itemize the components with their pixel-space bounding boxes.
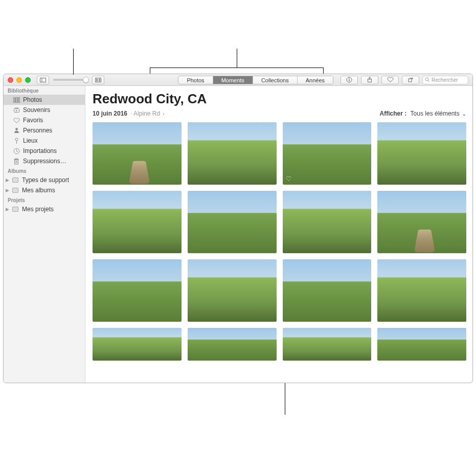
svg-point-8 [349,78,350,79]
svg-rect-0 [40,78,46,82]
photo-thumbnail[interactable] [188,328,277,361]
photo-thumbnail[interactable] [377,122,466,185]
segment-photos[interactable]: Photos [178,76,213,84]
sidebar-toggle-button[interactable] [37,76,49,84]
moment-title: Redwood City, CA [93,91,466,107]
photos-icon [13,96,20,103]
zoom-slider[interactable] [53,79,86,81]
view-segmented-control: Photos Moments Collections Années [178,76,333,84]
sidebar-item-imports[interactable]: Importations [4,146,85,156]
display-filter-label: Afficher : [380,110,407,117]
sidebar-item-places[interactable]: Lieux [4,136,85,146]
pin-icon [13,137,20,144]
photo-thumbnail[interactable] [283,328,372,361]
photo-thumbnail[interactable] [377,259,466,322]
photo-thumbnail[interactable] [377,191,466,253]
segment-label: Collections [261,77,289,83]
content-area: Redwood City, CA 10 juin 2016 · Alpine R… [85,86,472,383]
segment-label: Photos [187,77,204,83]
segment-collections[interactable]: Collections [253,76,298,84]
svg-rect-18 [14,100,16,102]
sidebar-item-label: Souvenirs [23,106,50,114]
disclosure-triangle-icon[interactable]: ▶ [6,188,10,193]
photo-thumbnail[interactable]: ♡ [283,122,372,185]
sidebar-item-label: Suppressions… [23,158,66,165]
rotate-button[interactable] [402,76,419,84]
moment-subheader: 10 juin 2016 · Alpine Rd › Afficher : To… [93,110,466,117]
svg-line-14 [428,80,429,82]
sidebar-item-memories[interactable]: Souvenirs [4,105,85,115]
sidebar-item-label: Personnes [23,127,52,134]
thumbnail-grid-partial [93,328,466,361]
segment-label: Années [306,77,325,83]
search-field[interactable]: Rechercher [422,76,468,84]
callout-line-segments-v [237,49,237,68]
photo-thumbnail[interactable] [93,122,182,185]
sidebar-item-deleted[interactable]: Suppressions… [4,156,85,166]
callout-line-slider [73,49,74,75]
favorite-button[interactable] [381,76,399,84]
svg-rect-29 [15,159,17,160]
photo-thumbnail[interactable] [93,328,182,361]
disclosure-triangle-icon[interactable]: ▶ [6,207,10,212]
chevron-down-icon: ⌄ [462,112,466,117]
callout-line-content [285,383,285,415]
segment-moments[interactable]: Moments [213,76,253,84]
zoom-window-button[interactable] [25,77,31,83]
moment-location-link[interactable]: · Alpine Rd › [130,110,164,117]
sidebar-item-people[interactable]: Personnes [4,125,85,136]
close-window-button[interactable] [8,77,13,83]
photo-thumbnail[interactable] [283,191,372,253]
minimize-window-button[interactable] [16,77,22,83]
sidebar-item-media-types[interactable]: ▶ Types de support [4,175,85,185]
album-icon [12,176,19,184]
svg-rect-3 [96,79,98,80]
album-icon [12,187,19,194]
person-icon [13,127,20,134]
svg-rect-19 [17,100,19,102]
photo-thumbnail[interactable] [377,328,466,361]
search-icon [425,77,430,82]
window-toolbar: Photos Moments Collections Années [4,74,472,86]
photos-window: Photos Moments Collections Années [3,74,473,383]
sidebar-item-favorites[interactable]: Favoris [4,115,85,125]
svg-rect-2 [96,78,101,82]
sidebar-item-my-projects[interactable]: ▶ Mes projets [4,204,85,214]
svg-rect-6 [99,80,100,81]
photo-thumbnail[interactable] [188,191,277,253]
photo-thumbnail[interactable] [93,259,182,322]
sidebar-item-my-albums[interactable]: ▶ Mes albums [4,185,85,195]
display-filter-value: Tous les éléments [411,110,460,117]
sidebar-header-albums: Albums [4,166,85,175]
sidebar-item-label: Lieux [23,137,38,144]
photo-thumbnail[interactable] [283,259,372,322]
svg-rect-4 [99,79,100,80]
thumbnail-size-button[interactable] [92,76,104,84]
photo-thumbnail[interactable] [93,191,182,253]
sidebar-item-label: Photos [23,96,42,103]
heart-icon [13,117,20,124]
svg-rect-17 [17,98,19,100]
info-button[interactable] [341,76,358,84]
photo-thumbnail[interactable] [188,259,277,322]
disclosure-triangle-icon[interactable]: ▶ [6,177,10,183]
svg-rect-16 [14,98,16,100]
rotate-icon [407,77,414,83]
share-icon [367,77,373,83]
album-icon [12,206,19,213]
svg-marker-21 [16,109,17,112]
segment-label: Moments [221,77,244,83]
sidebar-item-label: Mes projets [22,206,54,213]
display-filter[interactable]: Afficher : Tous les éléments ⌄ [380,110,466,117]
toolbar-right-group: Rechercher [341,76,468,84]
sidebar: Bibliothèque Photos Souvenirs Favoris Pe… [4,86,85,383]
segment-years[interactable]: Années [298,76,333,84]
sidebar-item-label: Importations [23,147,57,154]
share-button[interactable] [361,76,378,84]
trash-icon [13,158,20,165]
zoom-slider-thumb[interactable] [83,77,89,83]
sidebar-item-label: Types de support [22,176,69,184]
photo-thumbnail[interactable] [188,122,277,185]
svg-rect-12 [409,79,412,82]
sidebar-item-photos[interactable]: Photos [4,95,85,105]
